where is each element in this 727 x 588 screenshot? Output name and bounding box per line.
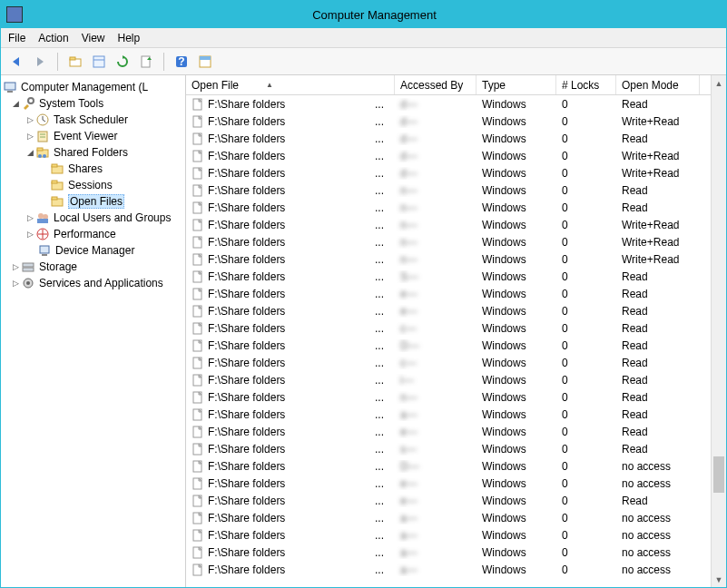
table-row[interactable]: F:\Share folders...a—Windows0no access [186,561,726,578]
table-row[interactable]: F:\Share folders...a—Windows0no access [186,509,726,526]
collapse-icon[interactable]: ◢ [10,99,21,108]
cell-open-mode: Read [616,270,700,283]
export-button[interactable] [136,52,156,72]
table-row[interactable]: F:\Share folders...n—Windows0Read [186,181,726,199]
table-row[interactable]: F:\Share folders...n—Windows0Write+Read [186,233,726,250]
table-row[interactable]: F:\Share folders...S—Windows0Read [186,268,726,285]
forward-button[interactable] [30,52,50,72]
table-row[interactable]: F:\Share folders...e—Windows0Read [186,423,726,440]
refresh-button[interactable] [113,52,133,72]
file-icon [192,201,204,214]
table-row[interactable]: F:\Share folders...e—Windows0Read [186,285,726,302]
tree-open-files[interactable]: Open Files [3,193,183,210]
cell-accessed-by: c— [395,322,476,335]
cell-locks: 0 [556,201,616,214]
tree-root[interactable]: Computer Management (L [3,79,183,95]
cell-open-mode: Read [616,426,700,438]
table-row[interactable]: F:\Share folders...i—Windows0Read [186,371,726,388]
col-accessed-by[interactable]: Accessed By [395,75,476,94]
cell-locks: 0 [556,270,616,283]
cell-locks: 0 [556,236,616,249]
table-row[interactable]: F:\Share folders...s—Windows0Read [186,440,726,457]
svg-rect-1 [70,57,75,60]
table-row[interactable]: F:\Share folders...e—Windows0Read [186,492,726,509]
tree-label: Sessions [68,179,113,191]
tree-sessions[interactable]: Sessions [3,177,183,193]
tree-shared-folders[interactable]: ◢ Shared Folders [3,144,183,161]
table-row[interactable]: F:\Share folders...a—Windows0no access [186,526,726,544]
expand-icon[interactable]: ▷ [25,132,35,141]
tree-performance[interactable]: ▷ Performance [3,226,183,242]
shared-folder-icon [35,145,50,160]
tree-device-manager[interactable]: Device Manager [3,242,183,259]
menu-help[interactable]: Help [118,32,141,44]
cell-locks: 0 [556,495,616,507]
table-row[interactable]: F:\Share folders...a—Windows0no access [186,544,726,561]
table-row[interactable]: F:\Share folders...d—Windows0Read [186,130,726,147]
tree-pane: Computer Management (L ◢ System Tools ▷ … [1,75,186,587]
file-icon [192,236,204,249]
properties-button[interactable] [89,52,109,72]
file-icon [192,322,204,335]
svg-rect-4 [142,56,150,67]
tree-local-users[interactable]: ▷ Local Users and Groups [3,210,183,226]
table-row[interactable]: F:\Share folders...d—Windows0Write+Read [186,113,726,130]
cell-accessed-by: d— [395,98,476,111]
svg-rect-30 [40,246,49,253]
col-open-file[interactable]: Open File [186,75,395,94]
show-hide-button[interactable] [195,52,215,72]
up-button[interactable] [65,52,85,72]
table-row[interactable]: F:\Share folders...e—Windows0Read [186,302,726,319]
cell-open-mode: Write+Read [616,115,700,128]
back-button[interactable] [6,52,26,72]
table-row[interactable]: F:\Share folders...D—Windows0no access [186,457,726,475]
menu-file[interactable]: File [8,32,25,44]
tree-system-tools[interactable]: ◢ System Tools [3,95,183,112]
scroll-down-icon[interactable]: ▼ [712,572,726,587]
table-row[interactable]: F:\Share folders...c—Windows0Read [186,319,726,337]
cell-locks: 0 [556,529,616,542]
cell-open-file: F:\Share folders... [186,426,395,438]
tree-services-apps[interactable]: ▷ Services and Applications [3,275,183,291]
col-open-mode[interactable]: Open Mode [616,75,700,94]
cell-accessed-by: n— [395,391,476,404]
expand-icon[interactable]: ▷ [25,213,35,222]
tree-task-scheduler[interactable]: ▷ Task Scheduler [3,112,183,128]
table-row[interactable]: F:\Share folders...n—Windows0Read [186,199,726,216]
tree-storage[interactable]: ▷ Storage [3,259,183,275]
cell-accessed-by: a— [395,408,476,421]
table-row[interactable]: F:\Share folders...n—Windows0Read [186,388,726,406]
scroll-thumb[interactable] [713,456,724,493]
expand-icon[interactable]: ▷ [10,262,21,271]
cell-open-file: F:\Share folders... [186,253,395,266]
menu-action[interactable]: Action [38,32,68,44]
table-row[interactable]: F:\Share folders...n—Windows0Write+Read [186,250,726,268]
cell-open-mode: Read [616,288,700,300]
collapse-icon[interactable]: ◢ [25,148,35,157]
table-row[interactable]: F:\Share folders...d—Windows0Write+Read [186,164,726,181]
table-row[interactable]: F:\Share folders...a—Windows0Read [186,406,726,423]
menu-view[interactable]: View [82,32,105,44]
table-row[interactable]: F:\Share folders...d—Windows0Read [186,95,726,113]
table-row[interactable]: F:\Share folders...d—Windows0Write+Read [186,147,726,164]
col-locks[interactable]: # Locks [556,75,616,94]
tree-shares[interactable]: Shares [3,161,183,177]
table-row[interactable]: F:\Share folders...e—Windows0no access [186,475,726,492]
cell-open-file: F:\Share folders... [186,288,395,300]
folder-icon [50,194,64,209]
cell-type: Windows [476,564,556,576]
cell-accessed-by: e— [395,495,476,507]
table-row[interactable]: F:\Share folders...c—Windows0Read [186,354,726,371]
titlebar[interactable]: Computer Management [1,1,726,28]
scroll-up-icon[interactable]: ▲ [712,75,726,91]
tree-event-viewer[interactable]: ▷ Event Viewer [3,128,183,144]
expand-icon[interactable]: ▷ [10,279,21,288]
cell-accessed-by: n— [395,219,476,231]
vertical-scrollbar[interactable]: ▲ ▼ [711,75,726,587]
expand-icon[interactable]: ▷ [25,230,35,239]
help-button[interactable]: ? [172,52,192,72]
table-row[interactable]: F:\Share folders...D—Windows0Read [186,337,726,354]
col-type[interactable]: Type [476,75,556,94]
table-row[interactable]: F:\Share folders...n—Windows0Write+Read [186,216,726,233]
expand-icon[interactable]: ▷ [25,115,35,124]
